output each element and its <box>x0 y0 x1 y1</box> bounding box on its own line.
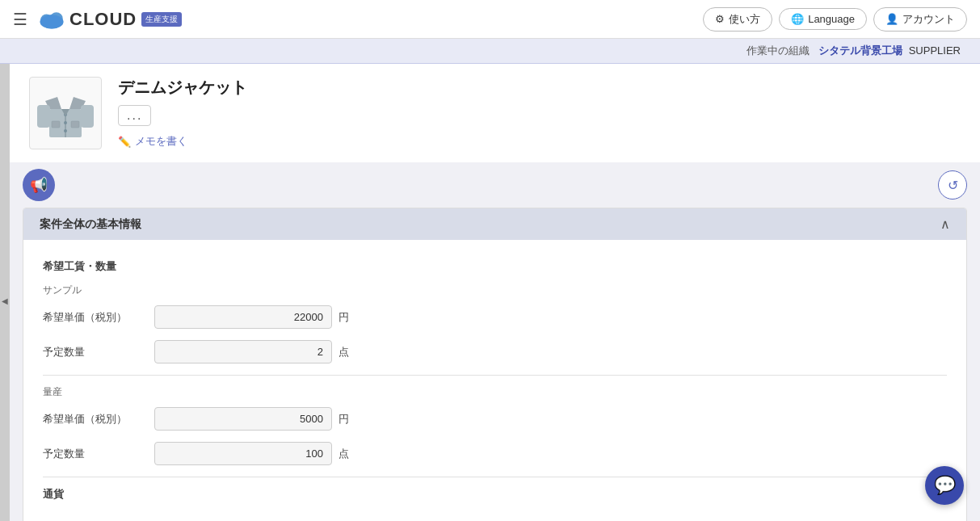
mass-unit-price-label: 希望単価（税別） <box>43 412 148 426</box>
mass-unit-price-row: 希望単価（税別） 円 <box>43 407 947 431</box>
main-content: デニムジャケット ... ✏️ メモを書く 📢 ↺ <box>10 64 980 521</box>
sidebar-toggle-icon: ◀ <box>2 296 8 305</box>
chevron-up-icon: ∧ <box>940 216 950 232</box>
language-icon: 🌐 <box>791 13 804 25</box>
svg-rect-14 <box>71 121 79 128</box>
divider-2 <box>43 477 947 477</box>
mass-quantity-input[interactable] <box>154 442 332 465</box>
layout: ◀ <box>0 64 980 521</box>
section-body: 希望工賃・数量 サンプル 希望単価（税別） 円 予定数量 点 量産 希望単 <box>23 240 966 521</box>
memo-label: メモを書く <box>135 134 187 149</box>
main-header: ☰ CLOUD 生産支援 ⚙ 使い方 🌐 Language 👤 アカウント <box>0 0 980 39</box>
logo-area: CLOUD 生産支援 <box>37 8 182 31</box>
sample-quantity-input[interactable] <box>154 340 332 363</box>
action-left: 📢 <box>23 169 55 201</box>
account-label: アカウント <box>902 12 955 27</box>
product-menu-button[interactable]: ... <box>118 105 151 126</box>
announcement-icon: 📢 <box>30 176 48 194</box>
basic-info-section: 案件全体の基本情報 ∧ 希望工賃・数量 サンプル 希望単価（税別） 円 予定数量… <box>23 208 967 521</box>
sample-label: サンプル <box>43 284 947 297</box>
sample-unit-price-unit: 円 <box>339 310 349 325</box>
product-title: デニムジャケット <box>118 77 961 99</box>
divider-1 <box>43 375 947 376</box>
cloud-logo-icon <box>37 8 66 31</box>
mass-unit-price-input[interactable] <box>154 407 332 431</box>
sample-quantity-label: 予定数量 <box>43 345 148 359</box>
org-name-label: シタテル背景工場 <box>818 44 902 57</box>
help-label: 使い方 <box>729 12 760 27</box>
sample-unit-price-row: 希望単価（税別） 円 <box>43 305 947 329</box>
sample-quantity-row: 予定数量 点 <box>43 340 947 363</box>
svg-point-12 <box>64 129 67 132</box>
action-area: 📢 ↺ <box>10 162 980 208</box>
account-button[interactable]: 👤 アカウント <box>873 7 967 32</box>
mass-label: 量産 <box>43 385 947 399</box>
chat-button[interactable]: 💬 <box>925 466 964 505</box>
section-title: 案件全体の基本情報 <box>40 217 141 232</box>
wage-quantity-title: 希望工賃・数量 <box>43 259 947 274</box>
help-button[interactable]: ⚙ 使い方 <box>703 7 772 32</box>
svg-point-11 <box>64 121 67 124</box>
svg-rect-13 <box>52 121 60 128</box>
language-label: Language <box>808 13 855 25</box>
mass-quantity-label: 予定数量 <box>43 447 148 461</box>
section-header[interactable]: 案件全体の基本情報 ∧ <box>23 208 966 240</box>
language-button[interactable]: 🌐 Language <box>779 8 867 30</box>
account-icon: 👤 <box>885 13 898 25</box>
mass-quantity-unit: 点 <box>339 447 349 461</box>
role-label: SUPPLIER <box>909 44 961 57</box>
mass-unit-price-unit: 円 <box>339 412 349 426</box>
pencil-icon: ✏️ <box>118 136 131 148</box>
svg-rect-7 <box>37 105 50 128</box>
help-icon: ⚙ <box>715 13 725 25</box>
product-header: デニムジャケット ... ✏️ メモを書く <box>10 64 980 162</box>
svg-rect-8 <box>81 105 94 128</box>
sample-unit-price-label: 希望単価（税別） <box>43 310 148 325</box>
notification-bar: 作業中の組織 シタテル背景工場 SUPPLIER <box>0 39 980 64</box>
header-left: ☰ CLOUD 生産支援 <box>13 8 182 31</box>
product-image <box>29 77 102 149</box>
memo-button[interactable]: ✏️ メモを書く <box>118 134 187 149</box>
jacket-illustration <box>33 81 98 145</box>
refresh-icon: ↺ <box>948 178 958 193</box>
product-info: デニムジャケット ... ✏️ メモを書く <box>118 77 961 149</box>
svg-point-3 <box>40 15 64 28</box>
refresh-button[interactable]: ↺ <box>938 170 967 200</box>
logo-badge: 生産支援 <box>141 12 182 27</box>
product-menu-icon: ... <box>127 108 142 123</box>
sample-unit-price-input[interactable] <box>154 305 332 329</box>
mass-quantity-row: 予定数量 点 <box>43 442 947 465</box>
hamburger-icon[interactable]: ☰ <box>13 10 27 29</box>
currency-title: 通貨 <box>43 487 947 502</box>
announcement-button[interactable]: 📢 <box>23 169 55 201</box>
sample-quantity-unit: 点 <box>339 345 349 359</box>
logo-text: CLOUD <box>69 9 137 30</box>
action-right: ↺ <box>938 170 967 200</box>
chat-icon: 💬 <box>934 475 956 496</box>
header-right: ⚙ 使い方 🌐 Language 👤 アカウント <box>703 7 967 32</box>
org-prefix-label: 作業中の組織 <box>747 44 810 57</box>
sidebar-toggle[interactable]: ◀ <box>0 64 10 521</box>
